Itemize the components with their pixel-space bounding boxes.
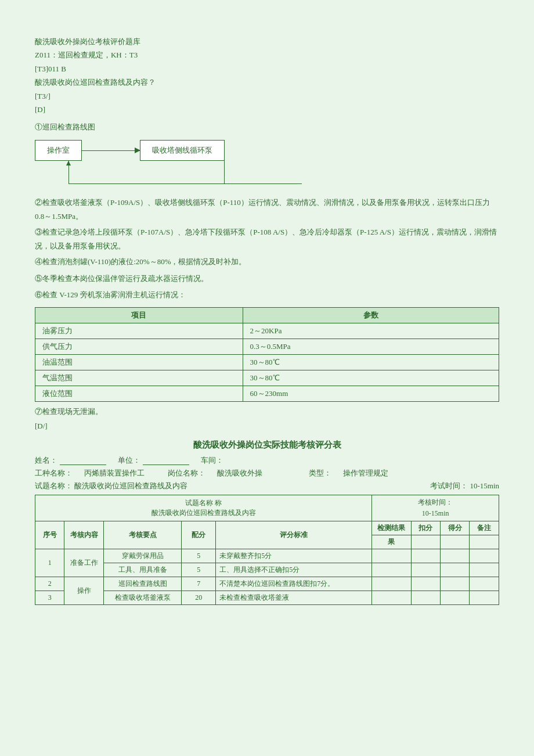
table-row: 油雾压力2～20KPa — [35, 323, 499, 339]
param-table: 项目 参数 油雾压力2～20KPa供气压力0.3～0.5MPa油温范围30～80… — [35, 307, 499, 402]
table-row: 3 检查吸收塔釜液泵 20 未检查检查吸收塔釜液 — [35, 591, 499, 605]
table-subject-value: 酸洗吸收岗位巡回检查路线及内容 — [151, 509, 256, 517]
title-line: 酸洗吸收外操岗位考核评价题库 — [35, 35, 499, 48]
diagram-section: ①巡回检查路线图 操作室 吸收塔侧线循环泵 — [35, 122, 499, 187]
score-table-title: 酸洗吸收外操岗位实际技能考核评分表 — [35, 440, 499, 451]
table-header-row: 序号 考核内容 考核要点 配分 评分标准 检测结果 扣分 — [35, 521, 499, 535]
table-subject-row: 试题名称 称 酸洗吸收岗位巡回检查路线及内容 考核时间： 10-15min — [35, 495, 499, 521]
diagram-container: 操作室 吸收塔侧线循环泵 — [35, 137, 499, 187]
name-field: 姓名： — [35, 455, 106, 466]
col-header-seq: 序号 — [35, 521, 64, 549]
table-row: 工具、用具准备 5 工、用具选择不正确扣5分 — [35, 563, 499, 577]
col-header-get: 得分 — [441, 521, 470, 535]
table-row: 供气压力0.3～0.5MPa — [35, 339, 499, 354]
table-row: 油温范围30～80℃ — [35, 354, 499, 370]
content5: ⑤冬季检查本岗位保温伴管运行及疏水器运行情况。 — [35, 272, 499, 286]
col-header-points: 考核要点 — [103, 521, 182, 549]
score-main-table: 试题名称 称 酸洗吸收岗位巡回检查路线及内容 考核时间： 10-15min 序号… — [35, 495, 499, 605]
table-row: 1 准备工作 穿戴劳保用品 5 未穿戴整齐扣5分 — [35, 549, 499, 563]
content2: ②检查吸收塔釜液泵（P-109A/S）、吸收塔侧线循环泵（P-110）运行情况、… — [35, 196, 499, 223]
score-table-section: 酸洗吸收外操岗位实际技能考核评分表 姓名： 单位： 车间： 工种名称： 丙烯腈装… — [35, 440, 499, 605]
form-row-1: 姓名： 单位： 车间： — [35, 455, 499, 466]
content4: ④检查消泡剂罐(V-110)的液位:20%～80%，根据情况及时补加。 — [35, 255, 499, 269]
unit-field: 单位： — [118, 455, 189, 466]
diagram-box-2: 吸收塔侧线循环泵 — [140, 140, 225, 161]
table-row: 液位范围60～230mm — [35, 386, 499, 401]
col-header-score: 配分 — [182, 521, 216, 549]
content7: ⑦检查现场无泄漏。 — [35, 406, 499, 417]
col-header-note: 备注 — [470, 521, 499, 535]
col-header-check: 考核内容 — [64, 521, 103, 549]
diagram-box-1: 操作室 — [35, 140, 82, 161]
table-subject-label: 试题名称 — [185, 499, 213, 507]
table-row: 气温范围30～80℃ — [35, 370, 499, 386]
param-col-param: 参数 — [243, 307, 499, 323]
end-tag: [D/] — [35, 422, 499, 431]
diagram-title: ①巡回检查路线图 — [35, 122, 499, 132]
table-row: 2 操作 巡回检查路线图 7 不清楚本岗位巡回检查路线图扣7分。 — [35, 577, 499, 591]
answer-tag: [D] — [35, 103, 499, 116]
col-header-deduct: 扣分 — [411, 521, 440, 535]
col-header-detect: 检测结果 — [372, 521, 411, 535]
param-col-item: 项目 — [35, 307, 243, 323]
col-header-criteria: 评分标准 — [216, 521, 372, 549]
form-row-2: 工种名称： 丙烯腈装置操作工 岗位名称： 酸洗吸收外操 类型： 操作管理规定 — [35, 468, 499, 478]
content-section: ②检查吸收塔釜液泵（P-109A/S）、吸收塔侧线循环泵（P-110）运行情况、… — [35, 196, 499, 303]
content6: ⑥检查 V-129 旁机泵油雾润滑主机运行情况： — [35, 288, 499, 303]
content3: ③检查记录急冷塔上段循环泵（P-107A/S）、急冷塔下段循环泵（P-108 A… — [35, 225, 499, 253]
header-section: 酸洗吸收外操岗位考核评价题库 Z011：巡回检查规定，KH：T3 [T3]011… — [35, 35, 499, 116]
subtitle1-line: Z011：巡回检查规定，KH：T3 — [35, 48, 499, 62]
question-line: 酸洗吸收岗位巡回检查路线及内容？ — [35, 75, 499, 89]
form-row-3: 试题名称： 酸洗吸收岗位巡回检查路线及内容 考试时间： 10-15min — [35, 481, 499, 491]
question-tag: [T3/] — [35, 89, 499, 103]
table-time-value: 10-15min — [422, 509, 449, 517]
table-time-label: 考核时间： — [418, 498, 453, 506]
room-field: 车间： — [201, 455, 223, 466]
subtitle2-line: [T3]011 B — [35, 62, 499, 75]
